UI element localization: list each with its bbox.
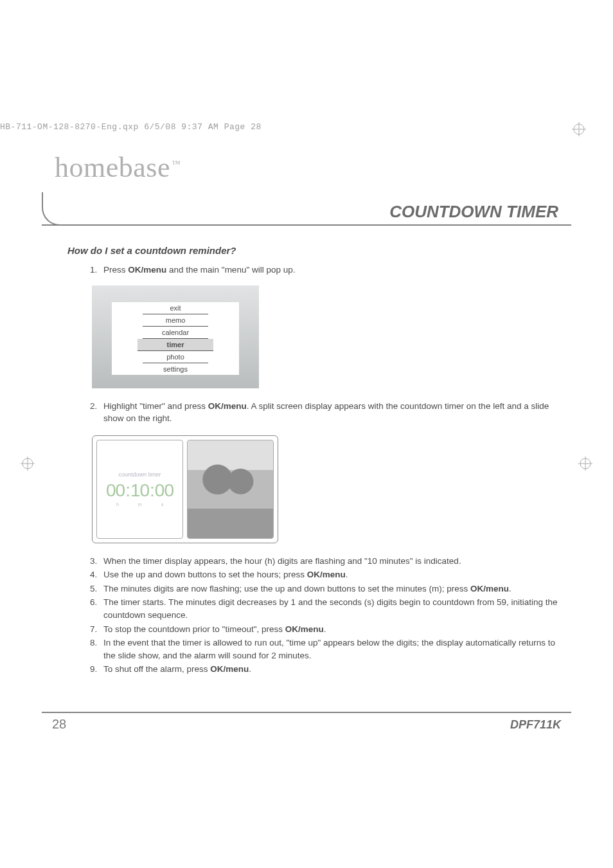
unit-h: h xyxy=(116,502,119,507)
brand-logo: homebase™ xyxy=(55,151,571,184)
step-5: The minutes digits are now flashing; use… xyxy=(100,583,565,595)
menu-item-settings: settings xyxy=(143,363,208,375)
step-7: To stop the countdown prior to "timeout"… xyxy=(100,623,565,636)
countdown-label: countdown timer xyxy=(118,471,161,478)
registration-mark-icon xyxy=(572,122,586,136)
trademark-symbol: ™ xyxy=(172,159,181,168)
slideshow-panel xyxy=(187,440,274,539)
logo-main: home xyxy=(55,152,119,183)
registration-mark-icon xyxy=(21,457,35,471)
menu-item-calendar: calendar xyxy=(143,327,208,339)
unit-m: m xyxy=(138,502,142,507)
countdown-seconds: 00 xyxy=(154,480,174,501)
countdown-minutes: 10 xyxy=(130,480,150,501)
unit-s: s xyxy=(161,502,164,507)
step-3: When the timer display appears, the hour… xyxy=(100,555,565,568)
step-4: Use the up and down buttons to set the h… xyxy=(100,568,565,581)
countdown-time: 00:10:00 xyxy=(105,480,174,501)
menu-item-exit: exit xyxy=(143,302,208,314)
section-title: COUNTDOWN TIMER xyxy=(389,202,571,221)
step-2: Highlight "timer" and press OK/menu. A s… xyxy=(100,400,565,425)
step-1: Press OK/menu and the main "menu" will p… xyxy=(100,264,565,276)
menu-item-timer: timer xyxy=(138,339,213,351)
step-9: To shut off the alarm, press OK/menu. xyxy=(100,663,565,676)
countdown-hours: 00 xyxy=(105,480,125,501)
slideshow-photo-placeholder xyxy=(188,440,273,538)
model-number: DPF711K xyxy=(510,718,561,732)
menu-item-memo: memo xyxy=(143,314,208,327)
menu-item-photo: photo xyxy=(143,351,208,363)
section-subhead: How do I set a countdown reminder? xyxy=(67,245,565,256)
countdown-panel: countdown timer 00:10:00 h m s xyxy=(96,440,183,539)
registration-mark-icon xyxy=(578,457,592,471)
prepress-slug: HB-711-OM-128-8270-Eng.qxp 6/5/08 9:37 A… xyxy=(0,122,262,132)
logo-light: base xyxy=(119,152,170,183)
step-6: The timer starts. The minutes digit decr… xyxy=(100,596,565,621)
menu-screenshot: exit memo calendar timer photo settings xyxy=(92,285,259,388)
step-8: In the event that the timer is allowed t… xyxy=(100,637,565,662)
countdown-split-screenshot: countdown timer 00:10:00 h m s xyxy=(92,435,278,543)
page-number: 28 xyxy=(52,717,66,732)
menu-popup: exit memo calendar timer photo settings xyxy=(112,302,239,375)
